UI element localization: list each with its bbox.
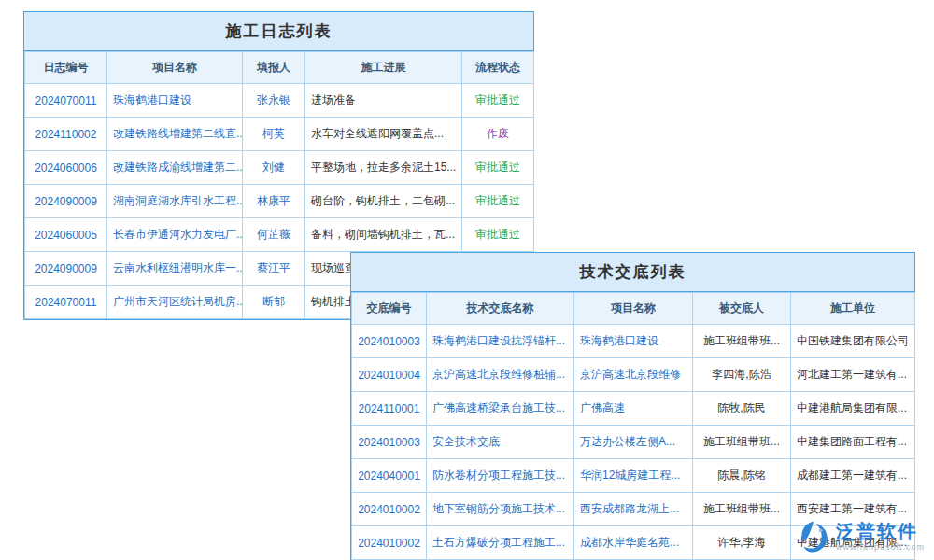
cell-id[interactable]: 2024010002 — [352, 493, 427, 526]
cell-progress: 备料，砌间墙钩机排土，瓦... — [305, 218, 462, 252]
cell-progress: 水车对全线遮阳网覆盖点... — [305, 118, 462, 151]
column-header-project: 项目名称 — [574, 293, 693, 325]
cell-name[interactable]: 地下室钢筋分项施工技术... — [427, 493, 574, 526]
column-header-id: 交底编号 — [352, 293, 427, 325]
cell-people: 施工班组带班... — [693, 325, 791, 358]
table-row: 2024110001广佛高速桥梁承台施工技...广佛高速陈牧,陈民中建港航局集团… — [352, 392, 915, 426]
cell-name[interactable]: 京沪高速北京段维修桩辅... — [427, 358, 574, 392]
fanpu-logo-url: www.fanpusoft.com — [836, 543, 925, 552]
fanpu-logo: 泛普软件 www.fanpusoft.com — [793, 517, 928, 556]
cell-id[interactable]: 2024010003 — [352, 426, 427, 459]
fanpu-logo-name: 泛普软件 — [836, 522, 925, 541]
cell-people: 李四海,陈浩 — [693, 358, 791, 392]
cell-id[interactable]: 2024070011 — [25, 84, 107, 118]
cell-id[interactable]: 2024090009 — [25, 252, 107, 286]
cell-people: 陈晨,陈铭 — [693, 459, 791, 493]
cell-status: 审批通过 — [462, 151, 534, 185]
cell-status: 作废 — [462, 118, 534, 151]
column-header-project: 项目名称 — [107, 52, 243, 84]
column-header-people: 被交底人 — [693, 293, 791, 325]
cell-people: 施工班组带班... — [693, 426, 791, 459]
cell-project[interactable]: 广州市天河区统计局机房... — [107, 286, 243, 319]
cell-project[interactable]: 湖南洞庭湖水库引水工程... — [107, 185, 243, 218]
cell-project[interactable]: 西安成都路龙湖上... — [574, 493, 693, 526]
construction-log-title: 施工日志列表 — [24, 12, 533, 51]
cell-unit: 中建港航局集团有限... — [791, 392, 915, 426]
cell-person[interactable]: 刘健 — [243, 151, 305, 185]
cell-project[interactable]: 广佛高速 — [574, 392, 693, 426]
table-row: 2024010004京沪高速北京段维修桩辅...京沪高速北京段维修李四海,陈浩河… — [352, 358, 915, 392]
table-row: 2024090009湖南洞庭湖水库引水工程...林康平砌台阶，钩机排土，二包砌.… — [25, 185, 534, 218]
cell-id[interactable]: 2024070011 — [25, 286, 107, 319]
column-header-progress: 施工进展 — [305, 52, 462, 84]
cell-status: 审批通过 — [462, 218, 534, 252]
cell-project[interactable]: 万达办公楼左侧A... — [574, 426, 693, 459]
cell-unit: 河北建工第一建筑有... — [791, 358, 915, 392]
cell-progress: 砌台阶，钩机排土，二包砌... — [305, 185, 462, 218]
cell-id[interactable]: 2024110002 — [25, 118, 107, 151]
cell-progress: 进场准备 — [305, 84, 462, 118]
cell-person[interactable]: 何芷薇 — [243, 218, 305, 252]
cell-project[interactable]: 改建铁路成渝线增建第二... — [107, 151, 243, 185]
cell-id[interactable]: 2024090009 — [25, 185, 107, 218]
cell-name[interactable]: 安全技术交底 — [427, 426, 574, 459]
cell-project[interactable]: 成都水岸华庭名苑... — [574, 526, 693, 560]
cell-id[interactable]: 2024010003 — [352, 325, 427, 358]
tech-disclosure-card: 技术交底列表 交底编号技术交底名称项目名称被交底人施工单位 2024010003… — [350, 252, 915, 560]
cell-name[interactable]: 珠海鹤港口建设抗浮锚杆... — [427, 325, 574, 358]
table-row: 2024110002改建铁路线增建第二线直...柯英水车对全线遮阳网覆盖点...… — [25, 118, 534, 151]
cell-people: 陈牧,陈民 — [693, 392, 791, 426]
cell-id[interactable]: 2024060005 — [25, 218, 107, 252]
cell-name[interactable]: 防水卷材分项工程施工技... — [427, 459, 574, 493]
cell-id[interactable]: 2024040001 — [352, 459, 427, 493]
cell-status: 审批通过 — [462, 84, 534, 118]
tech-disclosure-header: 交底编号技术交底名称项目名称被交底人施工单位 — [352, 293, 915, 325]
cell-name[interactable]: 广佛高速桥梁承台施工技... — [427, 392, 574, 426]
cell-status: 审批通过 — [462, 185, 534, 218]
cell-people: 施工班组带班... — [693, 493, 791, 526]
cell-id[interactable]: 2024010004 — [352, 358, 427, 392]
cell-id[interactable]: 2024060006 — [25, 151, 107, 185]
cell-project[interactable]: 长春市伊通河水力发电厂... — [107, 218, 243, 252]
cell-project[interactable]: 京沪高速北京段维修 — [574, 358, 693, 392]
cell-people: 许华,李海 — [693, 526, 791, 560]
cell-person[interactable]: 断郁 — [243, 286, 305, 319]
cell-progress: 平整场地，拉走多余泥土15... — [305, 151, 462, 185]
cell-person[interactable]: 蔡江平 — [243, 252, 305, 286]
table-row: 2024010003珠海鹤港口建设抗浮锚杆...珠海鹤港口建设施工班组带班...… — [352, 325, 915, 358]
table-row: 2024040001防水卷材分项工程施工技...华润12城房建工程...陈晨,陈… — [352, 459, 915, 493]
cell-name[interactable]: 土石方爆破分项工程施工... — [427, 526, 574, 560]
cell-id[interactable]: 2024110001 — [352, 392, 427, 426]
table-row: 2024060006改建铁路成渝线增建第二...刘健平整场地，拉走多余泥土15.… — [25, 151, 534, 185]
cell-person[interactable]: 张永银 — [243, 84, 305, 118]
table-row: 2024060005长春市伊通河水力发电厂...何芷薇备料，砌间墙钩机排土，瓦.… — [25, 218, 534, 252]
column-header-name: 技术交底名称 — [427, 293, 574, 325]
table-row: 2024010003安全技术交底万达办公楼左侧A...施工班组带班...中建集团… — [352, 426, 915, 459]
cell-unit: 中建集团路面工程有... — [791, 426, 915, 459]
column-header-status: 流程状态 — [462, 52, 534, 84]
column-header-unit: 施工单位 — [791, 293, 915, 325]
cell-id[interactable]: 2024010002 — [352, 526, 427, 560]
cell-project[interactable]: 珠海鹤港口建设 — [574, 325, 693, 358]
tech-disclosure-title: 技术交底列表 — [351, 253, 914, 292]
construction-log-header: 日志编号项目名称填报人施工进展流程状态 — [25, 52, 534, 84]
cell-person[interactable]: 林康平 — [243, 185, 305, 218]
cell-project[interactable]: 珠海鹤港口建设 — [107, 84, 243, 118]
cell-project[interactable]: 云南水利枢纽潜明水库一... — [107, 252, 243, 286]
cell-unit: 中国铁建集团有限公司 — [791, 325, 915, 358]
cell-project[interactable]: 改建铁路线增建第二线直... — [107, 118, 243, 151]
column-header-id: 日志编号 — [25, 52, 107, 84]
cell-person[interactable]: 柯英 — [243, 118, 305, 151]
column-header-person: 填报人 — [243, 52, 305, 84]
cell-unit: 成都建工第一建筑有... — [791, 459, 915, 493]
fanpu-logo-icon — [797, 519, 832, 554]
page: 施工日志列表 日志编号项目名称填报人施工进展流程状态 2024070011珠海鹤… — [0, 0, 934, 560]
table-row: 2024070011珠海鹤港口建设张永银进场准备审批通过 — [25, 84, 534, 118]
cell-project[interactable]: 华润12城房建工程... — [574, 459, 693, 493]
